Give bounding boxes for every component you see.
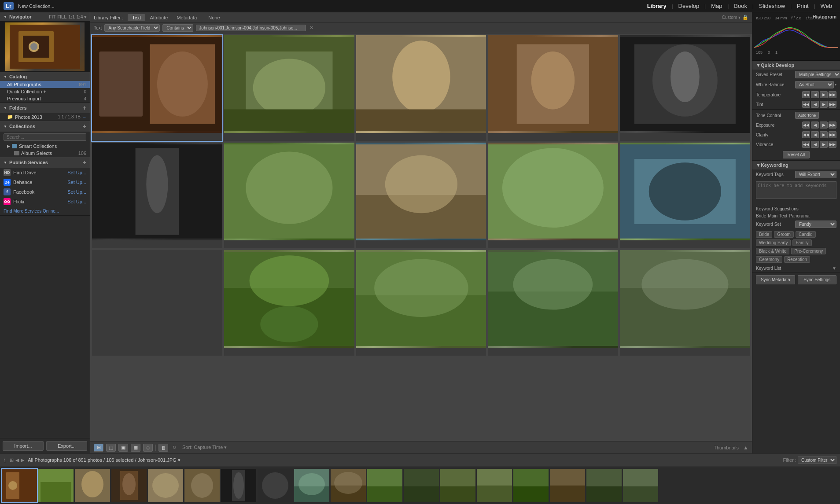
nav-print[interactable]: Print <box>792 3 813 9</box>
photo-cell-8[interactable] <box>356 143 486 248</box>
prev-page-button[interactable]: ◀ <box>15 457 19 463</box>
filter-clear-icon[interactable]: ✕ <box>309 25 313 31</box>
filmstrip-thumb-6[interactable] <box>184 469 220 502</box>
kw-set-reception[interactable]: Reception <box>784 256 810 263</box>
album-selects-item[interactable]: Album Selects 106 <box>7 150 90 157</box>
kw-set-wedding-party[interactable]: Wedding Party <box>756 239 791 246</box>
filmstrip-thumb-8[interactable] <box>258 469 293 502</box>
photo-cell-9[interactable] <box>488 143 618 248</box>
publish-flickr-setup[interactable]: Set Up... <box>67 199 86 204</box>
photo-cell-2[interactable] <box>224 35 354 141</box>
filter-lock-icon[interactable]: 🔒 <box>742 15 748 20</box>
exp-inc-button[interactable]: ▶ <box>820 121 828 129</box>
clarity-inc-inc-button[interactable]: ▶▶ <box>829 131 836 138</box>
kw-set-pre-ceremony[interactable]: Pre-Ceremony <box>791 248 826 254</box>
auto-tone-button[interactable]: Auto Tone <box>795 112 819 119</box>
navigator-header[interactable]: ▼ Navigator FIT FILL 1:1 1:4 ▾ <box>0 12 90 21</box>
filmstrip-thumb-4[interactable] <box>111 469 147 502</box>
photo-cell-6[interactable] <box>92 143 222 248</box>
nav-more[interactable]: 1:4 ▾ <box>77 15 86 19</box>
filmstrip-thumb-13[interactable] <box>440 469 475 502</box>
add-folder-button[interactable]: + <box>83 104 86 111</box>
kw-set-bride[interactable]: Bride <box>756 231 772 238</box>
filmstrip-thumb-11[interactable] <box>367 469 402 502</box>
filter-info-select[interactable]: Custom Filter <box>798 456 836 464</box>
kw-set-groom[interactable]: Groom <box>774 231 794 238</box>
filter-tab-metadata[interactable]: Metadata <box>172 14 201 21</box>
publish-facebook[interactable]: f Facebook Set Up... <box>0 187 90 197</box>
filter-contains-select[interactable]: Contains <box>162 24 193 32</box>
nav-web[interactable]: Web <box>816 3 837 9</box>
kw-panorama[interactable]: Panorama <box>789 213 809 218</box>
publish-behance[interactable]: Be Behance Set Up... <box>0 177 90 187</box>
kw-main[interactable]: Main <box>768 213 777 218</box>
filter-tab-none[interactable]: None <box>204 14 224 21</box>
exp-dec-dec-button[interactable]: ◀◀ <box>802 121 810 129</box>
people-view-button[interactable]: ☺ <box>143 444 153 452</box>
reset-all-button[interactable]: Reset All <box>783 151 810 158</box>
kw-set-black-white[interactable]: Black & White <box>756 248 789 254</box>
filmstrip-thumb-9[interactable] <box>294 469 329 502</box>
find-more-services[interactable]: Find More Services Online... <box>0 206 90 215</box>
filmstrip-thumb-7[interactable] <box>221 469 256 502</box>
publish-facebook-setup[interactable]: Set Up... <box>67 189 86 195</box>
photo-cell-3[interactable] <box>356 35 486 141</box>
publish-services-header[interactable]: ▼ Publish Services + <box>0 157 90 168</box>
tint-inc-button[interactable]: ▶ <box>820 101 828 108</box>
clarity-dec-button[interactable]: ◀ <box>811 131 819 138</box>
next-page-button[interactable]: ▶ <box>21 457 24 463</box>
clarity-inc-button[interactable]: ▶ <box>820 131 828 138</box>
temp-inc-button[interactable]: ▶ <box>820 91 828 98</box>
photo-cell-12[interactable] <box>224 250 354 356</box>
filter-tab-text[interactable]: Text <box>128 14 145 21</box>
kw-text[interactable]: Text <box>779 213 787 218</box>
filmstrip-thumb-14[interactable] <box>477 469 512 502</box>
compare-view-button[interactable]: ▣ <box>118 444 128 452</box>
filter-tab-attribute[interactable]: Attribute <box>145 14 172 21</box>
filter-search-input[interactable] <box>196 25 306 31</box>
filmstrip-thumb-16[interactable] <box>550 469 585 502</box>
survey-view-button[interactable]: ▦ <box>131 444 140 452</box>
publish-hard-drive[interactable]: HD Hard Drive Set Up... <box>0 168 90 177</box>
vib-inc-button[interactable]: ▶ <box>820 141 828 148</box>
folder-photos-2013[interactable]: 📁 Photos 2013 1.1 / 1.8 TB → <box>0 113 90 121</box>
nav-1to1[interactable]: 1:1 <box>68 15 74 19</box>
white-balance-select[interactable]: As Shot <box>795 81 834 88</box>
keyword-tags-select[interactable]: Will Export <box>795 171 836 178</box>
photo-cell-4[interactable] <box>488 35 618 141</box>
filmstrip-thumb-17[interactable] <box>586 469 622 502</box>
kw-set-candid[interactable]: Candid <box>796 231 816 238</box>
photo-cell-14[interactable] <box>488 250 618 356</box>
add-publish-button[interactable]: + <box>83 159 86 166</box>
temp-dec-button[interactable]: ◀ <box>811 91 819 98</box>
catalog-header[interactable]: ▼ Catalog <box>0 72 90 81</box>
vib-inc-inc-button[interactable]: ▶▶ <box>829 141 836 148</box>
photo-cell-7[interactable] <box>224 143 354 248</box>
clarity-dec-dec-button[interactable]: ◀◀ <box>802 131 810 138</box>
publish-hard-drive-setup[interactable]: Set Up... <box>67 170 86 175</box>
sync-settings-button[interactable]: Sync Settings <box>798 275 837 284</box>
nav-develop[interactable]: Develop <box>674 3 704 9</box>
filmstrip-thumb-15[interactable] <box>513 469 549 502</box>
vib-dec-dec-button[interactable]: ◀◀ <box>802 141 810 148</box>
grid-view-button[interactable]: ⊞ <box>94 444 103 452</box>
photo-cell-10[interactable] <box>620 143 750 248</box>
vib-dec-button[interactable]: ◀ <box>811 141 819 148</box>
exp-inc-inc-button[interactable]: ▶▶ <box>829 121 836 129</box>
grid-squares-icon[interactable]: ⊞ <box>10 457 14 463</box>
kw-bride[interactable]: Bride <box>756 213 766 218</box>
quick-develop-header[interactable]: ▼ Quick Develop <box>752 61 840 70</box>
filmstrip-thumb-2[interactable] <box>38 469 74 502</box>
publish-behance-setup[interactable]: Set Up... <box>67 180 86 185</box>
smart-collections-item[interactable]: ▶ Smart Collections <box>7 143 90 150</box>
filmstrip-thumb-12[interactable] <box>404 469 439 502</box>
collections-search-input[interactable] <box>4 133 86 141</box>
delete-button[interactable]: 🗑 <box>158 444 168 452</box>
thumbs-slider[interactable]: ▲ <box>743 445 748 451</box>
filter-field-select[interactable]: Any Searchable Field <box>104 24 160 32</box>
keywording-header[interactable]: ▼ Keywording <box>752 161 840 169</box>
nav-book[interactable]: Book <box>729 3 752 9</box>
nav-library[interactable]: Library <box>643 3 671 9</box>
nav-fit[interactable]: FIT <box>49 15 55 19</box>
saved-preset-select[interactable]: Multiple Settings <box>795 71 840 78</box>
